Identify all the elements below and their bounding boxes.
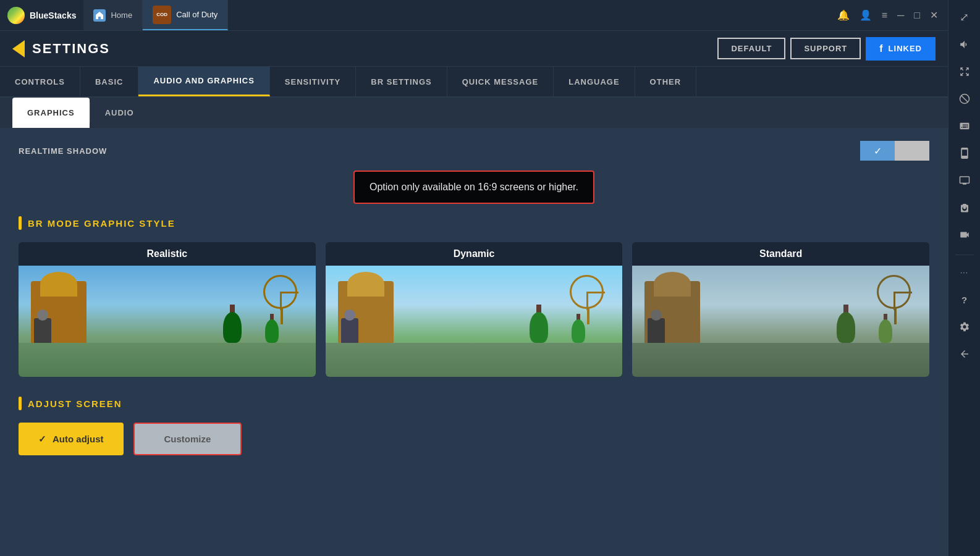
default-button[interactable]: DEFAULT bbox=[717, 38, 785, 59]
home-tab[interactable]: Home bbox=[83, 0, 143, 30]
home-tab-label: Home bbox=[111, 11, 132, 20]
minimize-icon[interactable]: ─ bbox=[897, 10, 904, 21]
sidebar-question-icon[interactable]: ? bbox=[952, 287, 977, 312]
realistic-card-title: Realistic bbox=[19, 242, 316, 266]
sidebar-settings-icon[interactable] bbox=[952, 314, 977, 339]
graphic-cards: Realistic bbox=[19, 242, 929, 377]
game-tab[interactable]: COD Call of Duty bbox=[143, 0, 228, 30]
sidebar-camera-icon[interactable] bbox=[952, 195, 977, 220]
adjust-screen-title-row: ADJUST SCREEN bbox=[19, 397, 929, 410]
close-icon[interactable]: ✕ bbox=[930, 9, 938, 21]
sidebar-mobile-icon[interactable] bbox=[952, 141, 977, 166]
realistic-card[interactable]: Realistic bbox=[19, 242, 316, 377]
auto-adjust-label: Auto adjust bbox=[53, 434, 104, 444]
tab-other[interactable]: OTHER bbox=[635, 67, 697, 96]
right-sidebar: ⤢ ··· ? bbox=[948, 0, 980, 556]
toggle-on-button[interactable]: ✓ bbox=[860, 141, 895, 161]
linked-label: LINKED bbox=[889, 44, 922, 53]
title-bar-actions: 🔔 👤 ≡ ─ □ ✕ bbox=[827, 9, 948, 21]
customize-button[interactable]: Customize bbox=[133, 423, 242, 455]
linked-button[interactable]: f LINKED bbox=[866, 37, 936, 61]
tooltip-box: Option only available on 16:9 screens or… bbox=[353, 171, 594, 204]
toggle-group: ✓ bbox=[860, 141, 929, 161]
adjust-buttons: ✓ Auto adjust Customize bbox=[19, 423, 929, 455]
sub-tab-audio[interactable]: AUDIO bbox=[90, 98, 149, 128]
tab-controls[interactable]: CONTROLS bbox=[0, 67, 80, 96]
game-tab-icon: COD bbox=[153, 6, 171, 24]
tab-basic[interactable]: BASIC bbox=[80, 67, 138, 96]
section-accent-bar bbox=[19, 216, 22, 230]
standard-card[interactable]: Standard bbox=[632, 242, 929, 377]
auto-adjust-button[interactable]: ✓ Auto adjust bbox=[19, 423, 124, 455]
sub-tabs: GRAPHICS AUDIO bbox=[0, 98, 948, 128]
sidebar-divider bbox=[955, 255, 974, 255]
dynamic-card-title: Dynamic bbox=[326, 242, 623, 266]
br-mode-section-title: BR MODE GRAPHIC STYLE bbox=[19, 216, 929, 230]
settings-header: SETTINGS DEFAULT SUPPORT f LINKED bbox=[0, 31, 948, 67]
sub-tab-graphics[interactable]: GRAPHICS bbox=[12, 98, 90, 128]
menu-icon[interactable]: ≡ bbox=[882, 10, 887, 21]
title-bar: BlueStacks Home COD Call of Duty 🔔 👤 ≡ ─… bbox=[0, 0, 948, 31]
sidebar-slash-icon[interactable] bbox=[952, 86, 977, 111]
standard-card-image bbox=[632, 266, 929, 377]
notification-icon[interactable]: 🔔 bbox=[837, 9, 850, 21]
realistic-card-image bbox=[19, 266, 316, 377]
settings-logo: SETTINGS bbox=[12, 40, 110, 57]
sidebar-tv-icon[interactable] bbox=[952, 168, 977, 193]
facebook-icon: f bbox=[879, 43, 883, 54]
settings-arrow-icon bbox=[12, 40, 25, 57]
sidebar-keyboard-icon[interactable] bbox=[952, 114, 977, 138]
support-button[interactable]: SUPPORT bbox=[790, 38, 861, 59]
main-area: BlueStacks Home COD Call of Duty 🔔 👤 ≡ ─… bbox=[0, 0, 948, 556]
tab-sensitivity[interactable]: SENSITIVITY bbox=[270, 67, 356, 96]
tab-audio-graphics[interactable]: AUDIO AND GRAPHICS bbox=[138, 67, 269, 96]
dynamic-card-image bbox=[326, 266, 623, 377]
sidebar-expand-icon[interactable]: ⤢ bbox=[952, 5, 977, 30]
br-mode-title-text: BR MODE GRAPHIC STYLE bbox=[28, 218, 175, 229]
settings-title: SETTINGS bbox=[32, 41, 110, 57]
home-tab-icon bbox=[93, 9, 106, 22]
adjust-screen-title-text: ADJUST SCREEN bbox=[28, 398, 122, 409]
sidebar-more-icon[interactable]: ··· bbox=[952, 260, 977, 285]
tab-language[interactable]: LANGUAGE bbox=[554, 67, 635, 96]
tooltip-wrapper: Option only available on 16:9 screens or… bbox=[19, 171, 929, 204]
sidebar-back-icon[interactable] bbox=[952, 342, 977, 366]
content-area: REALTIME SHADOW ✓ Option only available … bbox=[0, 128, 948, 556]
adjust-screen-accent bbox=[19, 397, 22, 410]
bluestacks-logo-icon bbox=[7, 7, 25, 24]
standard-card-title: Standard bbox=[632, 242, 929, 266]
realtime-shadow-row: REALTIME SHADOW ✓ bbox=[19, 141, 929, 161]
bluestacks-title: BlueStacks bbox=[30, 11, 76, 20]
svg-line-1 bbox=[961, 96, 968, 103]
nav-tabs: CONTROLS BASIC AUDIO AND GRAPHICS SENSIT… bbox=[0, 67, 948, 98]
game-tab-label: Call of Duty bbox=[176, 10, 218, 19]
toggle-off-button[interactable] bbox=[895, 141, 929, 161]
sidebar-volume-icon[interactable] bbox=[952, 32, 977, 57]
sidebar-resize-icon[interactable] bbox=[952, 59, 977, 84]
maximize-icon[interactable]: □ bbox=[914, 10, 920, 21]
checkmark-icon: ✓ bbox=[38, 434, 46, 445]
dynamic-card[interactable]: Dynamic bbox=[326, 242, 623, 377]
account-icon[interactable]: 👤 bbox=[860, 9, 872, 21]
bluestacks-logo-area: BlueStacks bbox=[0, 7, 83, 24]
adjust-screen-section: ADJUST SCREEN ✓ Auto adjust Customize bbox=[19, 397, 929, 455]
sidebar-record-icon[interactable] bbox=[952, 222, 977, 247]
tooltip-text: Option only available on 16:9 screens or… bbox=[370, 182, 578, 192]
tab-quick-message[interactable]: QUICK MESSAGE bbox=[447, 67, 554, 96]
tab-br-settings[interactable]: BR SETTINGS bbox=[356, 67, 447, 96]
realtime-shadow-label: REALTIME SHADOW bbox=[19, 146, 860, 156]
